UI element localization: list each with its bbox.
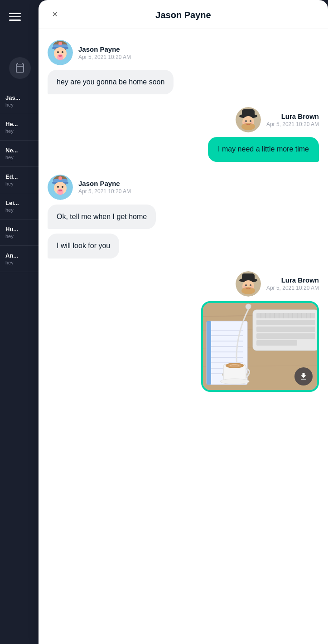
hamburger-menu[interactable]	[0, 0, 40, 21]
chat-header: × Jason Payne	[39, 0, 328, 29]
message-group-3: Jason Payne Apr 5, 2021 10:20 AM Ok, tel…	[48, 175, 319, 259]
svg-point-14	[241, 123, 255, 130]
sender-time: Apr 5, 2021 10:20 AM	[78, 188, 131, 195]
contact-preview: hey	[5, 181, 36, 186]
contact-preview: hey	[5, 260, 36, 265]
message-bubble: hey are you gonna be home soon	[48, 70, 174, 94]
contact-preview: hey	[5, 234, 36, 239]
svg-rect-58	[256, 333, 315, 339]
sidebar-contact-item[interactable]: An... hey	[0, 246, 40, 272]
svg-rect-55	[256, 313, 315, 318]
sidebar-contact-item[interactable]: He... hey	[0, 114, 40, 141]
contact-name: Ne...	[5, 147, 36, 154]
svg-point-26	[62, 186, 63, 188]
chat-panel: × Jason Payne	[39, 0, 328, 644]
sidebar-contact-item[interactable]: Jas... hey	[0, 88, 40, 114]
contact-preview: hey	[5, 207, 36, 213]
svg-point-36	[243, 286, 246, 288]
svg-rect-53	[207, 321, 211, 385]
contact-preview: hey	[5, 155, 36, 160]
svg-point-35	[250, 284, 251, 286]
avatar-jason	[48, 40, 73, 65]
svg-point-37	[251, 286, 253, 288]
download-button[interactable]	[294, 367, 313, 385]
messages-area: Jason Payne Apr 5, 2021 10:20 AM hey are…	[39, 29, 328, 637]
message-group-4: Lura Brown Apr 5, 2021 10:20 AM	[48, 271, 319, 392]
jason-avatar-svg	[48, 40, 73, 65]
sidebar-contact-item[interactable]: Hu... hey	[0, 220, 40, 246]
image-message[interactable]	[201, 301, 319, 392]
contact-name: Jas...	[5, 94, 36, 101]
sender-info: Jason Payne Apr 5, 2021 10:20 AM	[48, 40, 131, 65]
svg-point-25	[57, 186, 59, 188]
contact-name: An...	[5, 252, 36, 259]
calendar-icon[interactable]	[9, 57, 31, 79]
sender-name-time: Jason Payne Apr 5, 2021 10:20 AM	[78, 45, 131, 60]
svg-point-16	[250, 120, 251, 122]
svg-point-34	[245, 284, 247, 286]
avatar-jason	[48, 175, 73, 200]
svg-point-17	[243, 122, 246, 124]
svg-point-28	[58, 190, 62, 191]
svg-rect-31	[242, 273, 255, 281]
sender-name: Lura Brown	[281, 276, 319, 284]
svg-point-18	[251, 122, 253, 124]
message-bubble: I may need a little more time	[208, 137, 319, 161]
lura-avatar-svg-2	[236, 271, 261, 297]
contact-preview: hey	[5, 102, 36, 107]
sender-info: Lura Brown Apr 5, 2021 10:20 AM	[236, 271, 319, 297]
sidebar: Jas... hey He... hey Ne... hey Ed... hey…	[0, 0, 40, 644]
sender-name-time: Lura Brown Apr 5, 2021 10:20 AM	[266, 276, 319, 291]
close-button[interactable]: ×	[48, 7, 62, 22]
contact-list: Jas... hey He... hey Ne... hey Ed... hey…	[0, 88, 40, 272]
contact-name: Hu...	[5, 226, 36, 233]
message-bubble-1: Ok, tell me when I get home	[48, 205, 156, 229]
sidebar-contact-item[interactable]: Ne... hey	[0, 141, 40, 167]
svg-rect-56	[256, 320, 315, 325]
sender-time: Apr 5, 2021 10:20 AM	[78, 54, 131, 60]
sender-name: Jason Payne	[78, 45, 131, 53]
avatar-lura-2	[236, 271, 261, 297]
svg-rect-59	[256, 340, 297, 346]
sender-time: Apr 5, 2021 10:20 AM	[266, 121, 319, 127]
sidebar-contact-item[interactable]: Ed... hey	[0, 167, 40, 193]
sender-time: Apr 5, 2021 10:20 AM	[266, 285, 319, 291]
svg-point-6	[57, 51, 59, 53]
sender-info: Lura Brown Apr 5, 2021 10:20 AM	[236, 107, 319, 132]
message-group-2: Lura Brown Apr 5, 2021 10:20 AM	[48, 107, 319, 161]
contact-name: Lei...	[5, 200, 36, 206]
jason-avatar-svg-2	[48, 175, 73, 200]
message-group-1: Jason Payne Apr 5, 2021 10:20 AM hey are…	[48, 40, 319, 94]
svg-rect-12	[242, 109, 255, 117]
svg-point-78	[220, 379, 249, 384]
contact-preview: hey	[5, 128, 36, 134]
sender-name-time: Jason Payne Apr 5, 2021 10:20 AM	[78, 180, 131, 195]
svg-point-15	[245, 120, 247, 122]
svg-point-7	[62, 51, 63, 53]
avatar-lura	[236, 107, 261, 132]
sender-name: Jason Payne	[78, 180, 131, 187]
contact-name: Ed...	[5, 173, 36, 180]
sender-info: Jason Payne Apr 5, 2021 10:20 AM	[48, 175, 131, 200]
sidebar-contact-item[interactable]: Lei... hey	[0, 193, 40, 220]
message-bubble-2: I will look for you	[48, 234, 119, 258]
download-icon	[299, 372, 308, 381]
svg-point-9	[58, 55, 62, 57]
contact-name: He...	[5, 121, 36, 127]
svg-point-4	[58, 42, 62, 45]
svg-point-23	[58, 176, 62, 180]
calendar-svg	[14, 63, 25, 73]
chat-title: Jason Payne	[155, 10, 211, 20]
lura-avatar-svg	[236, 107, 261, 132]
svg-point-33	[241, 287, 255, 294]
svg-point-72	[246, 304, 251, 309]
sender-name-time: Lura Brown Apr 5, 2021 10:20 AM	[266, 112, 319, 127]
sender-name: Lura Brown	[281, 112, 319, 120]
svg-rect-57	[256, 327, 315, 332]
